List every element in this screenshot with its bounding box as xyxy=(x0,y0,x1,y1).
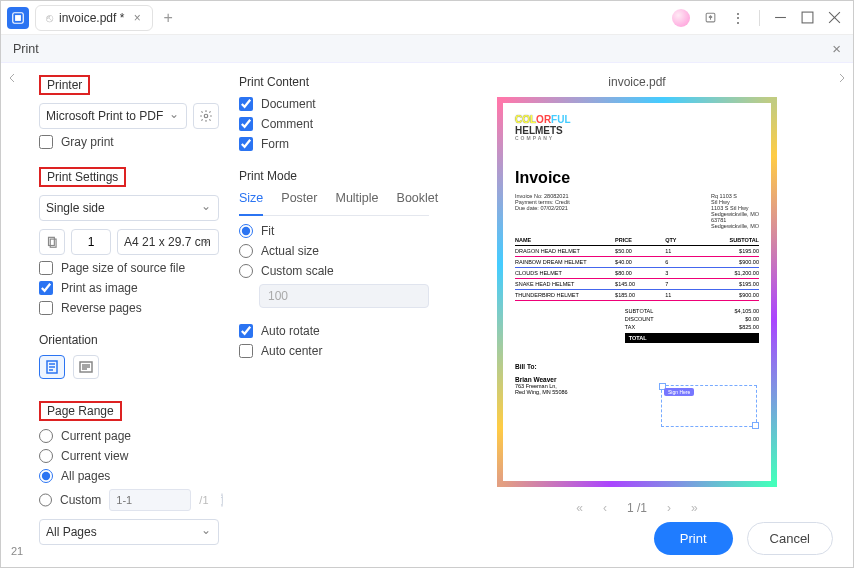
pager-current: 1 xyxy=(627,501,634,515)
page-filter-select[interactable]: All Pages xyxy=(39,519,219,545)
tab-multiple[interactable]: Multiple xyxy=(335,191,378,209)
auto-center-checkbox[interactable] xyxy=(239,344,253,358)
dialog-title: Print xyxy=(13,42,39,56)
pager-first-icon[interactable]: « xyxy=(576,501,583,515)
custom-scale-radio[interactable] xyxy=(239,264,253,278)
form-checkbox[interactable] xyxy=(239,137,253,151)
tab-title: invoice.pdf * xyxy=(59,11,124,25)
fit-radio[interactable] xyxy=(239,224,253,238)
invoice-table: NAMEPRICEQTYSUBTOTAL DRAGON HEAD HELMET$… xyxy=(515,237,759,301)
dialog-close-icon[interactable]: × xyxy=(832,40,841,57)
print-settings-section-label: Print Settings xyxy=(39,167,126,187)
orientation-portrait-button[interactable] xyxy=(39,355,65,379)
pager-prev-icon[interactable]: ‹ xyxy=(603,501,607,515)
tab-poster[interactable]: Poster xyxy=(281,191,317,209)
all-pages-radio[interactable] xyxy=(39,469,53,483)
signature-field[interactable]: Sign Here xyxy=(661,385,757,427)
copies-icon xyxy=(39,229,65,255)
duplex-select[interactable]: Single side xyxy=(39,195,219,221)
tab-size[interactable]: Size xyxy=(239,191,263,216)
actual-size-radio[interactable] xyxy=(239,244,253,258)
tab-booklet[interactable]: Booklet xyxy=(397,191,439,209)
svg-rect-3 xyxy=(802,12,813,23)
orientation-label: Orientation xyxy=(39,333,219,347)
app-icon[interactable] xyxy=(7,7,29,29)
custom-range-radio[interactable] xyxy=(39,493,52,507)
invoice-heading: Invoice xyxy=(515,169,759,187)
page-range-section-label: Page Range xyxy=(39,401,122,421)
document-checkbox[interactable] xyxy=(239,97,253,111)
current-page-radio[interactable] xyxy=(39,429,53,443)
chevron-left-icon[interactable] xyxy=(7,73,17,83)
close-window-icon[interactable] xyxy=(828,11,841,24)
comment-checkbox[interactable] xyxy=(239,117,253,131)
printer-select[interactable]: Microsoft Print to PDF xyxy=(39,103,187,129)
sign-here-button[interactable]: Sign Here xyxy=(664,388,694,396)
chevron-right-icon[interactable] xyxy=(837,73,847,83)
print-mode-label: Print Mode xyxy=(239,169,429,183)
copies-input[interactable] xyxy=(71,229,111,255)
gray-print-checkbox[interactable] xyxy=(39,135,53,149)
pager-next-icon[interactable]: › xyxy=(667,501,671,515)
svg-point-4 xyxy=(204,114,208,118)
new-tab-button[interactable]: + xyxy=(163,9,172,27)
share-icon[interactable] xyxy=(704,11,717,24)
svg-rect-1 xyxy=(15,15,21,21)
cancel-button[interactable]: Cancel xyxy=(747,522,833,555)
tab-close-icon[interactable]: × xyxy=(130,11,144,25)
orientation-landscape-button[interactable] xyxy=(73,355,99,379)
printer-settings-button[interactable] xyxy=(193,103,219,129)
current-view-radio[interactable] xyxy=(39,449,53,463)
paper-size-select[interactable]: A4 21 x 29.7 cm xyxy=(117,229,219,255)
minimize-icon[interactable] xyxy=(774,11,787,24)
auto-rotate-checkbox[interactable] xyxy=(239,324,253,338)
print-content-label: Print Content xyxy=(239,75,429,89)
reverse-pages-checkbox[interactable] xyxy=(39,301,53,315)
pager-last-icon[interactable]: » xyxy=(691,501,698,515)
account-icon[interactable] xyxy=(672,9,690,27)
menu-icon[interactable]: ⋮ xyxy=(731,10,745,26)
scale-input[interactable] xyxy=(259,284,429,308)
page-number-indicator: 21 xyxy=(11,545,23,557)
preview-filename: invoice.pdf xyxy=(608,75,665,89)
info-icon[interactable]: i xyxy=(221,493,223,507)
print-button[interactable]: Print xyxy=(654,522,733,555)
logo: COLORFUL HELMETS COMPANY xyxy=(515,115,759,141)
source-size-checkbox[interactable] xyxy=(39,261,53,275)
document-tab[interactable]: ⎋ invoice.pdf * × xyxy=(35,5,153,31)
maximize-icon[interactable] xyxy=(801,11,814,24)
custom-range-input[interactable] xyxy=(109,489,191,511)
preview-page: COLORFUL HELMETS COMPANY Invoice Invoice… xyxy=(497,97,777,487)
print-as-image-checkbox[interactable] xyxy=(39,281,53,295)
printer-section-label: Printer xyxy=(39,75,90,95)
